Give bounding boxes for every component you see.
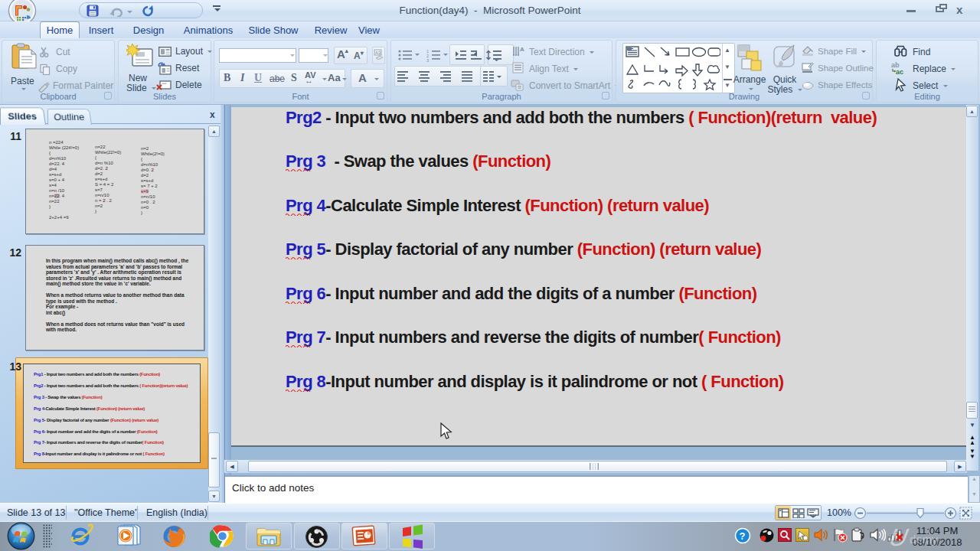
svg-text:A: A xyxy=(520,46,524,53)
svg-text:3: 3 xyxy=(426,58,429,62)
svg-text:A3: A3 xyxy=(375,51,381,55)
svg-text:?: ? xyxy=(740,530,746,542)
svg-text:ac: ac xyxy=(896,68,903,75)
